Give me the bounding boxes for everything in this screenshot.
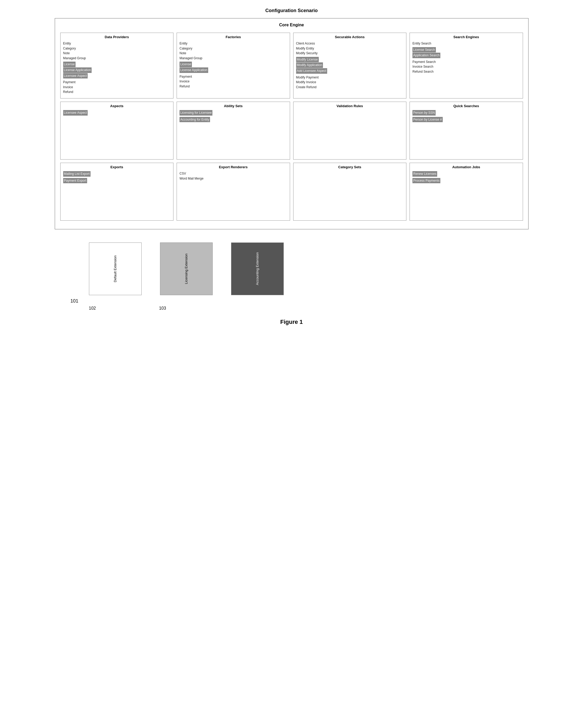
highlighted-item: Modify Application <box>296 62 323 68</box>
plain-item: Invoice <box>180 79 189 83</box>
core-engine-container: Core Engine Data ProvidersEntityCategory… <box>55 18 529 229</box>
extension-label-1: Default Extension <box>113 255 117 282</box>
extensions-area: Default ExtensionLicensing ExtensionAcco… <box>55 242 529 295</box>
cell-r2-c2: Ability SetsLicensing for LicenseeAccoun… <box>177 102 290 160</box>
grid-row-2: AspectsLicensee AspectAbility SetsLicens… <box>60 102 523 160</box>
extension-box-3: Accounting Extension <box>231 242 284 295</box>
cell-r1-c1: Data ProvidersEntityCategoryNoteManaged … <box>60 33 174 99</box>
highlighted-item: Add Licensee Aspect <box>296 68 327 74</box>
plain-item: Category <box>63 47 76 50</box>
item-group-r1-c4-g1: Entity Search <box>413 41 520 46</box>
cell-r3-c4: Automation JobsRenew LicensesProcess Pay… <box>409 163 523 220</box>
item-group-r2-c2-g1: Licensing for Licensee <box>180 110 287 116</box>
item-group-r1-c2-g3: PaymentInvoiceRefund <box>180 74 287 89</box>
cell-title-r3-c1: Exports <box>63 165 171 169</box>
cell-title-r2-c3: Validation Rules <box>296 104 404 108</box>
item-group-r2-c1-g1: Licensee Aspect <box>63 110 171 116</box>
plain-item: Payment <box>63 80 76 84</box>
item-group-r1-c3-g3: Modify PaymentModify InvoiceCreate Refun… <box>296 75 404 90</box>
item-group-r2-c2-g2: Accounting for Entity <box>180 117 287 123</box>
highlighted-item: Mailing List Export <box>63 171 90 177</box>
item-group-r3-c4-g1: Renew Licenses <box>413 171 520 177</box>
highlighted-item: Person by License # <box>413 117 443 123</box>
highlighted-item: License Search <box>413 47 436 53</box>
page-title: Configuration Scenario <box>265 8 318 14</box>
highlighted-item: Licensee Aspect <box>63 110 88 115</box>
cell-r1-c4: Search EnginesEntity SearchLicense Searc… <box>409 33 523 99</box>
cell-title-r3-c4: Automation Jobs <box>413 165 520 169</box>
cell-r3-c3: Category Sets <box>293 163 407 220</box>
cell-title-r1-c2: Factories <box>180 35 287 39</box>
grid-row-3: ExportsMailing List ExportPayment Export… <box>60 163 523 220</box>
highlighted-item: License Application <box>63 68 92 73</box>
plain-item: Note <box>180 51 186 55</box>
annotation-102: 102 <box>89 306 96 311</box>
plain-item: Client Access <box>296 42 315 45</box>
highlighted-item: Accounting for Entity <box>180 117 210 123</box>
plain-item: Invoice Search <box>413 65 433 69</box>
highlighted-item: License <box>63 61 76 67</box>
plain-item: Modify Payment <box>296 76 319 79</box>
cell-r2-c1: AspectsLicensee Aspect <box>60 102 174 160</box>
cell-title-r2-c1: Aspects <box>63 104 171 108</box>
plain-item: Note <box>63 51 70 55</box>
item-group-r2-c4-g2: Person by License # <box>413 117 520 123</box>
cell-title-r1-c4: Search Engines <box>413 35 520 39</box>
plain-item: Modify Entity <box>296 47 314 50</box>
plain-item: Refund <box>63 90 74 94</box>
highlighted-item: Person by SSN <box>413 110 435 115</box>
cell-r3-c1: ExportsMailing List ExportPayment Export <box>60 163 174 220</box>
item-group-r1-c1-g3: PaymentInvoiceRefund <box>63 80 171 95</box>
plain-item: Create Refund <box>296 85 317 89</box>
plain-item: Refund <box>180 84 190 88</box>
item-group-r2-c4-g1: Person by SSN <box>413 110 520 116</box>
plain-item: Payment Search <box>413 60 436 64</box>
item-group-r1-c3-g2: Modify LicenseModify ApplicationAdd Lice… <box>296 57 404 74</box>
plain-item: Entity Search <box>413 42 431 45</box>
cell-title-r1-c3: Securable Actions <box>296 35 404 39</box>
plain-item: Word Mail Merge <box>180 177 204 180</box>
plain-item: Entity <box>63 42 71 45</box>
item-group-r1-c4-g3: Payment SearchInvoice SearchRefund Searc… <box>413 59 520 74</box>
item-group-r1-c2-g1: EntityCategoryNoteManaged Group <box>180 41 287 60</box>
highlighted-item: Payment Export <box>63 178 87 183</box>
plain-item: Refund Search <box>413 70 433 74</box>
item-group-r1-c2-g2: LicenseLicense Application <box>180 61 287 73</box>
highlighted-item: Application Search <box>413 53 440 58</box>
cell-title-r2-c4: Quick Searches <box>413 104 520 108</box>
plain-item: CSV <box>180 172 186 175</box>
cell-r2-c3: Validation Rules <box>293 102 407 160</box>
annotation-row-2: 102103 <box>55 306 529 311</box>
item-group-r1-c3-g1: Client AccessModify EntityModify Securit… <box>296 41 404 56</box>
annotation-103: 103 <box>159 306 166 311</box>
item-group-r3-c1-g1: Mailing List Export <box>63 171 171 177</box>
cell-r1-c3: Securable ActionsClient AccessModify Ent… <box>293 33 407 99</box>
extension-box-2: Licensing Extension <box>160 242 213 295</box>
plain-item: Managed Group <box>63 56 86 60</box>
core-engine-label: Core Engine <box>60 23 523 27</box>
cell-r3-c2: Export RenderersCSVWord Mail Merge <box>177 163 290 220</box>
annotations: 101 <box>55 298 529 304</box>
highlighted-item: Process Payments <box>413 178 440 183</box>
plain-item: Payment <box>180 75 192 78</box>
extension-label-3: Accounting Extension <box>255 252 259 285</box>
cell-title-r1-c1: Data Providers <box>63 35 171 39</box>
grid-row-1: Data ProvidersEntityCategoryNoteManaged … <box>60 33 523 99</box>
plain-item: Category <box>180 47 192 50</box>
plain-item: Modify Invoice <box>296 80 316 84</box>
plain-item: Entity <box>180 42 187 45</box>
item-group-r3-c1-g2: Payment Export <box>63 178 171 184</box>
extension-label-2: Licensing Extension <box>184 254 188 284</box>
plain-item: Modify Security <box>296 51 318 55</box>
cell-r1-c2: FactoriesEntityCategoryNoteManaged Group… <box>177 33 290 99</box>
cell-title-r2-c2: Ability Sets <box>180 104 287 108</box>
highlighted-item: Renew Licenses <box>413 171 437 177</box>
item-group-r3-c2-g1: CSVWord Mail Merge <box>180 171 287 181</box>
item-group-r1-c1-g2: LicenseLicense ApplicationLicensee Aspec… <box>63 61 171 79</box>
highlighted-item: Licensing for Licensee <box>180 110 212 115</box>
item-group-r3-c4-g2: Process Payments <box>413 178 520 184</box>
highlighted-item: License Application <box>180 68 208 73</box>
cell-r2-c4: Quick SearchesPerson by SSNPerson by Lic… <box>409 102 523 160</box>
highlighted-item: License <box>180 61 192 67</box>
plain-item: Invoice <box>63 85 73 89</box>
